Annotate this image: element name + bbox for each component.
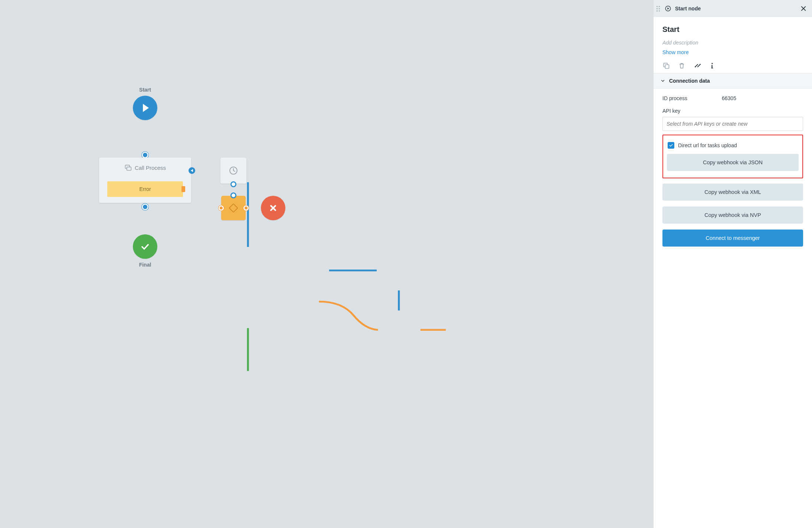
- check-icon: [140, 241, 150, 252]
- port-cond-top[interactable]: [230, 192, 236, 198]
- error-output-port[interactable]: [181, 186, 185, 192]
- connect-messenger-button[interactable]: Connect to messenger: [662, 230, 803, 247]
- copy-icon[interactable]: [662, 62, 670, 69]
- play-icon: [143, 104, 149, 112]
- delay-node[interactable]: [220, 158, 246, 184]
- port-delay-bottom[interactable]: [230, 181, 236, 187]
- trash-icon[interactable]: [678, 62, 685, 69]
- error-output-label: Error: [139, 186, 151, 192]
- x-icon: [269, 204, 278, 212]
- svg-point-7: [700, 64, 701, 65]
- close-icon[interactable]: [800, 5, 807, 12]
- node-title: Start: [662, 25, 803, 34]
- info-icon[interactable]: [710, 62, 714, 69]
- connection-data-title: Connection data: [669, 78, 710, 84]
- svg-point-6: [695, 66, 696, 67]
- call-process-icon: [124, 164, 132, 171]
- workflow-canvas[interactable]: Start Call Process Error: [0, 0, 653, 528]
- node-toolbar: [662, 62, 803, 69]
- diamond-icon: [229, 203, 238, 212]
- error-end-node[interactable]: [261, 196, 285, 220]
- port-cond-left[interactable]: [219, 205, 224, 211]
- api-key-select[interactable]: [662, 117, 803, 131]
- svg-rect-1: [127, 167, 131, 170]
- show-more-link[interactable]: Show more: [662, 49, 803, 55]
- checkmark-icon: [669, 143, 673, 148]
- api-key-label: API key: [662, 108, 803, 114]
- panel-header: Start node: [654, 0, 812, 17]
- id-process-value: 66305: [722, 95, 736, 101]
- highlighted-region: Direct url for tasks upload Copy webhook…: [662, 135, 803, 178]
- direct-url-checkbox[interactable]: [668, 142, 674, 149]
- port-cond-right[interactable]: [243, 205, 249, 211]
- drag-handle-icon[interactable]: [657, 6, 661, 11]
- chevron-down-icon: [660, 78, 665, 83]
- call-process-title: Call Process: [135, 165, 166, 171]
- connection-data-body: ID process 66305 API key Direct url for …: [654, 89, 812, 259]
- connectors-layer: [0, 0, 653, 528]
- add-description[interactable]: Add description: [662, 40, 803, 46]
- node-properties-panel: Start node Start Add description Show mo…: [653, 0, 812, 528]
- start-node-label: Start: [139, 87, 151, 93]
- call-process-node[interactable]: Call Process Error: [99, 158, 191, 203]
- start-node[interactable]: [133, 96, 157, 120]
- final-node[interactable]: [133, 234, 157, 259]
- error-output[interactable]: Error: [107, 181, 183, 197]
- final-node-label: Final: [139, 262, 151, 268]
- copy-webhook-json-button[interactable]: Copy webhook via JSON: [667, 154, 799, 171]
- start-icon: [665, 5, 671, 12]
- panel-header-title: Start node: [675, 6, 701, 11]
- panel-body-meta: Start Add description Show more: [654, 17, 812, 73]
- copy-webhook-xml-button[interactable]: Copy webhook via XML: [662, 184, 803, 201]
- svg-rect-5: [665, 65, 669, 69]
- copy-webhook-nvp-button[interactable]: Copy webhook via NVP: [662, 207, 803, 224]
- id-process-label: ID process: [662, 95, 722, 101]
- disconnect-icon[interactable]: [694, 62, 702, 69]
- svg-point-8: [711, 63, 713, 64]
- port-card-bottom[interactable]: [142, 204, 148, 210]
- clock-icon: [229, 166, 238, 175]
- connection-data-section-header[interactable]: Connection data: [654, 73, 812, 89]
- port-delay-left[interactable]: [189, 167, 195, 174]
- direct-url-label: Direct url for tasks upload: [678, 142, 737, 148]
- condition-node[interactable]: [221, 196, 246, 220]
